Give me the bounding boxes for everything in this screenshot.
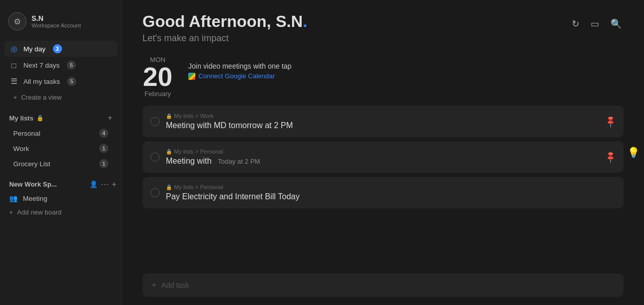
sidebar-item-all-tasks[interactable]: ☰ All my tasks 5 xyxy=(4,73,118,89)
task-time-2: Today at 2 PM xyxy=(218,158,260,165)
task-card-2: 🔒 My lists > Personal Meeting with Today… xyxy=(142,141,624,173)
add-task-bar[interactable]: + Add task xyxy=(142,273,624,297)
personal-badge: 4 xyxy=(99,129,108,138)
list-item-grocery[interactable]: Grocery List 1 xyxy=(4,156,118,171)
date-month: February xyxy=(144,90,171,98)
task-checkbox-2[interactable] xyxy=(151,152,160,162)
google-icon xyxy=(188,73,195,80)
promo-text: Join video meetings with one tap xyxy=(188,62,291,70)
task-content-3: 🔒 My lists > Personal Pay Electricity an… xyxy=(166,184,616,201)
create-view-label: Create a view xyxy=(21,94,62,101)
my-day-badge: 3 xyxy=(53,44,62,53)
add-task-label: Add task xyxy=(161,281,189,289)
main-content: Good Afternoon, S.N. Let's make an impac… xyxy=(122,0,644,305)
task-title-1: Meeting with MD tomorrow at 2 PM xyxy=(166,121,599,130)
lock-icon-1: 🔒 xyxy=(166,113,172,119)
layout-button[interactable]: ▭ xyxy=(589,16,601,32)
date-display: MON 20 February xyxy=(142,56,173,98)
task-breadcrumb-1: 🔒 My lists > Work xyxy=(166,113,599,119)
workspace-actions: 👤 ⋯ + xyxy=(90,179,116,189)
workspace-meeting-label: Meeting xyxy=(23,195,47,202)
user-account: Workspace Account xyxy=(32,22,81,28)
lock-icon: 🔒 xyxy=(37,115,44,121)
list-work-label: Work xyxy=(13,145,29,152)
task-card-3: 🔒 My lists > Personal Pay Electricity an… xyxy=(142,177,624,208)
people-icon: 👤 xyxy=(90,180,98,188)
greeting-section: Good Afternoon, S.N. Let's make an impac… xyxy=(142,12,307,44)
lock-icon-3: 🔒 xyxy=(166,185,172,190)
search-button[interactable]: 🔍 xyxy=(608,16,624,32)
sidebar-nav: ◎ My day 3 □ Next 7 days 5 ☰ All my task… xyxy=(0,39,122,106)
task-breadcrumb-3: 🔒 My lists > Personal xyxy=(166,184,616,190)
my-lists-section-header: My lists 🔒 + xyxy=(0,106,122,126)
more-icon[interactable]: ⋯ xyxy=(101,179,109,189)
sidebar: ⚙ S.N Workspace Account ◎ My day 3 □ Nex… xyxy=(0,0,122,305)
list-item-work[interactable]: Work 1 xyxy=(4,141,118,156)
date-section: MON 20 February Join video meetings with… xyxy=(122,52,644,106)
list-item-personal[interactable]: Personal 4 xyxy=(4,126,118,141)
task-title-3: Pay Electricity and Internet Bill Today xyxy=(166,192,616,201)
my-lists-title: My lists 🔒 xyxy=(9,114,44,122)
workspace-item-meeting[interactable]: 👥 Meeting xyxy=(0,191,122,205)
user-name: S.N xyxy=(32,14,81,22)
pin-icon-1: 📌 xyxy=(603,114,618,129)
sidebar-item-all-tasks-label: All my tasks xyxy=(23,78,60,85)
grocery-badge: 1 xyxy=(99,159,108,168)
date-number: 20 xyxy=(143,64,172,90)
next7-badge: 5 xyxy=(67,60,76,70)
pin-icon-2: 📌 xyxy=(603,150,618,164)
header: Good Afternoon, S.N. Let's make an impac… xyxy=(122,0,644,52)
workspace-title: New Work Sp... xyxy=(9,180,57,188)
add-task-plus-icon: + xyxy=(152,281,156,290)
greeting-title: Good Afternoon, S.N. xyxy=(142,12,307,31)
connect-calendar-link[interactable]: Connect Google Calendar xyxy=(188,72,291,80)
connect-calendar-label: Connect Google Calendar xyxy=(198,72,275,80)
sidebar-item-my-day-label: My day xyxy=(23,45,46,53)
add-list-button[interactable]: + xyxy=(108,113,112,123)
all-tasks-badge: 5 xyxy=(67,77,76,86)
user-info: S.N Workspace Account xyxy=(32,14,81,28)
plus-board-icon: + xyxy=(9,208,13,216)
task-card-1: 🔒 My lists > Work Meeting with MD tomorr… xyxy=(142,106,624,137)
add-board-label: Add new board xyxy=(17,208,62,216)
workspace-header: New Work Sp... 👤 ⋯ + xyxy=(0,176,122,191)
next7-icon: □ xyxy=(9,61,18,70)
lock-icon-2: 🔒 xyxy=(166,149,172,155)
all-tasks-icon: ☰ xyxy=(9,77,18,86)
hint-icon[interactable]: 💡 xyxy=(623,142,644,163)
work-badge: 1 xyxy=(99,144,108,153)
task-checkbox-3[interactable] xyxy=(151,188,160,197)
task-title-2: Meeting with Today at 2 PM xyxy=(166,157,599,166)
sidebar-item-next7-label: Next 7 days xyxy=(23,62,60,69)
list-grocery-label: Grocery List xyxy=(13,160,50,168)
calendar-promo: Join video meetings with one tap Connect… xyxy=(188,56,291,80)
task-checkbox-1[interactable] xyxy=(151,117,160,126)
create-view-button[interactable]: + Create a view xyxy=(4,90,118,104)
gear-icon: ⚙ xyxy=(14,17,21,26)
my-day-icon: ◎ xyxy=(9,44,18,53)
task-content-1: 🔒 My lists > Work Meeting with MD tomorr… xyxy=(166,113,599,130)
workspace-section: New Work Sp... 👤 ⋯ + 👥 Meeting + Add new… xyxy=(0,171,122,219)
refresh-button[interactable]: ↻ xyxy=(570,16,581,32)
add-board-button[interactable]: + Add new board xyxy=(0,205,122,219)
user-profile[interactable]: ⚙ S.N Workspace Account xyxy=(0,8,122,39)
header-actions: ↻ ▭ 🔍 xyxy=(570,12,624,32)
greeting-subtitle: Let's make an impact xyxy=(142,33,307,44)
add-workspace-button[interactable]: + xyxy=(112,180,116,189)
task-breadcrumb-2: 🔒 My lists > Personal xyxy=(166,148,599,155)
meeting-icon: 👥 xyxy=(9,194,18,202)
avatar: ⚙ xyxy=(8,12,26,30)
tasks-section: 🔒 My lists > Work Meeting with MD tomorr… xyxy=(122,106,644,267)
sidebar-item-my-day[interactable]: ◎ My day 3 xyxy=(4,41,118,57)
sidebar-item-next7[interactable]: □ Next 7 days 5 xyxy=(4,57,118,73)
list-personal-label: Personal xyxy=(13,130,40,137)
task-content-2: 🔒 My lists > Personal Meeting with Today… xyxy=(166,148,599,166)
plus-icon: + xyxy=(13,94,17,101)
